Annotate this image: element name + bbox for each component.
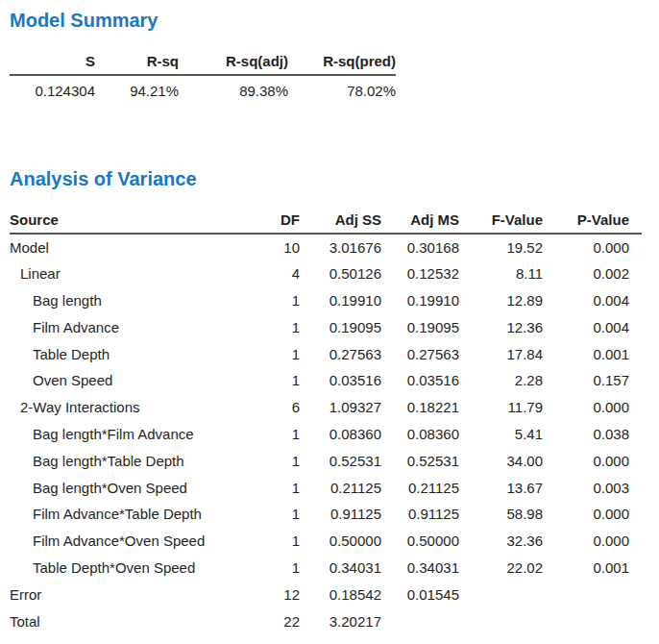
p-value-cell: 0.004 xyxy=(543,287,642,314)
source-cell: Linear xyxy=(10,260,240,287)
f-value-cell: 13.67 xyxy=(459,474,543,501)
p-value-cell: 0.157 xyxy=(543,367,642,394)
anova-row-bag-length-film-advance: Bag length*Film Advance 1 0.08360 0.0836… xyxy=(10,421,642,448)
s-value: 0.124304 xyxy=(10,75,95,101)
column-header-s: S xyxy=(10,48,95,75)
anova-row-film-advance-oven-speed: Film Advance*Oven Speed 1 0.50000 0.5000… xyxy=(10,528,642,555)
anova-row-table-depth: Table Depth 1 0.27563 0.27563 17.84 0.00… xyxy=(10,340,642,367)
adj-ms-cell: 0.50000 xyxy=(381,528,459,555)
source-cell: Film Advance*Oven Speed xyxy=(10,528,240,555)
source-cell: Table Depth*Oven Speed xyxy=(10,555,240,582)
p-value-cell: 0.003 xyxy=(543,474,642,501)
adj-ms-cell: 0.18221 xyxy=(381,394,459,421)
p-value-cell: 0.001 xyxy=(543,555,642,582)
column-header-adj-ms: Adj MS xyxy=(381,206,459,234)
df-cell: 1 xyxy=(240,287,300,314)
df-cell: 12 xyxy=(240,581,300,607)
column-header-f-value: F-Value xyxy=(459,206,543,234)
anova-header-row: Source DF Adj SS Adj MS F-Value P-Value xyxy=(10,206,642,234)
p-value-cell: 0.001 xyxy=(543,340,642,367)
column-header-rsq-pred: R-sq(pred) xyxy=(288,48,396,75)
df-cell: 1 xyxy=(240,501,300,528)
anova-row-model: Model 10 3.01676 0.30168 19.52 0.000 xyxy=(10,234,642,260)
adj-ms-cell: 0.19095 xyxy=(381,313,459,340)
p-value-cell xyxy=(543,581,642,607)
anova-row-table-depth-oven-speed: Table Depth*Oven Speed 1 0.34031 0.34031… xyxy=(10,555,642,582)
adj-ms-cell: 0.52531 xyxy=(381,447,459,474)
column-header-p-value: P-Value xyxy=(543,206,642,234)
source-cell: Table Depth xyxy=(10,340,240,367)
rsq-value: 94.21% xyxy=(95,75,179,101)
adj-ms-cell: 0.08360 xyxy=(381,421,459,448)
adj-ss-cell: 0.03516 xyxy=(300,367,381,394)
source-cell: Bag length*Film Advance xyxy=(10,421,240,448)
adj-ss-cell: 0.50000 xyxy=(300,528,381,555)
anova-row-film-advance: Film Advance 1 0.19095 0.19095 12.36 0.0… xyxy=(10,313,642,340)
p-value-cell: 0.000 xyxy=(543,528,642,555)
f-value-cell: 2.28 xyxy=(459,367,543,394)
anova-row-bag-length: Bag length 1 0.19910 0.19910 12.89 0.004 xyxy=(10,287,642,314)
f-value-cell: 11.79 xyxy=(459,394,543,421)
df-cell: 1 xyxy=(240,367,300,394)
anova-row-bag-length-table-depth: Bag length*Table Depth 1 0.52531 0.52531… xyxy=(10,447,642,474)
adj-ss-cell: 0.19095 xyxy=(300,313,381,340)
adj-ss-cell: 0.52531 xyxy=(300,447,381,474)
adj-ss-cell: 1.09327 xyxy=(300,394,381,421)
source-cell: Error xyxy=(10,581,240,607)
adj-ss-cell: 0.50126 xyxy=(300,260,381,287)
source-cell: Bag length*Oven Speed xyxy=(10,474,240,501)
f-value-cell: 5.41 xyxy=(459,421,543,448)
column-header-df: DF xyxy=(240,206,300,234)
source-cell: Film Advance*Table Depth xyxy=(10,501,240,528)
p-value-cell: 0.000 xyxy=(543,234,642,260)
anova-table: Source DF Adj SS Adj MS F-Value P-Value … xyxy=(10,206,642,634)
anova-row-bag-length-oven-speed: Bag length*Oven Speed 1 0.21125 0.21125 … xyxy=(10,474,642,501)
anova-row-linear: Linear 4 0.50126 0.12532 8.11 0.002 xyxy=(10,260,642,287)
f-value-cell: 32.36 xyxy=(459,528,543,555)
column-header-source: Source xyxy=(10,206,240,234)
adj-ms-cell: 0.27563 xyxy=(381,340,459,367)
f-value-cell: 19.52 xyxy=(459,234,543,260)
adj-ss-cell: 3.01676 xyxy=(300,234,381,260)
df-cell: 10 xyxy=(240,234,300,260)
f-value-cell: 12.89 xyxy=(459,287,543,314)
adj-ss-cell: 0.21125 xyxy=(300,474,381,501)
model-summary-table: S R-sq R-sq(adj) R-sq(pred) 0.124304 94.… xyxy=(10,48,396,101)
rsq-adj-value: 89.38% xyxy=(179,75,288,101)
adj-ms-cell: 0.03516 xyxy=(381,367,459,394)
df-cell: 1 xyxy=(240,340,300,367)
adj-ms-cell: 0.91125 xyxy=(381,501,459,528)
f-value-cell: 34.00 xyxy=(459,447,543,474)
p-value-cell: 0.000 xyxy=(543,394,642,421)
anova-row-oven-speed: Oven Speed 1 0.03516 0.03516 2.28 0.157 xyxy=(10,367,642,394)
model-summary-value-row: 0.124304 94.21% 89.38% 78.02% xyxy=(10,75,396,101)
source-cell: Oven Speed xyxy=(10,367,240,394)
model-summary-section: Model Summary S R-sq R-sq(adj) R-sq(pred… xyxy=(10,8,649,101)
results-pane: Model Summary S R-sq R-sq(adj) R-sq(pred… xyxy=(0,0,659,634)
p-value-cell: 0.038 xyxy=(543,421,642,448)
source-cell: Bag length xyxy=(10,287,240,314)
rsq-pred-value: 78.02% xyxy=(288,75,396,101)
anova-row-error: Error 12 0.18542 0.01545 xyxy=(10,581,642,607)
df-cell: 1 xyxy=(240,447,300,474)
df-cell: 1 xyxy=(240,555,300,582)
adj-ss-cell: 3.20217 xyxy=(300,607,381,634)
f-value-cell: 12.36 xyxy=(459,313,543,340)
p-value-cell: 0.002 xyxy=(543,260,642,287)
adj-ms-cell: 0.01545 xyxy=(381,581,459,607)
source-cell: 2-Way Interactions xyxy=(10,394,240,421)
source-cell: Bag length*Table Depth xyxy=(10,447,240,474)
adj-ss-cell: 0.91125 xyxy=(300,501,381,528)
f-value-cell xyxy=(459,607,543,634)
anova-row-film-advance-table-depth: Film Advance*Table Depth 1 0.91125 0.911… xyxy=(10,501,642,528)
f-value-cell: 8.11 xyxy=(459,260,543,287)
f-value-cell: 22.02 xyxy=(459,555,543,582)
adj-ms-cell: 0.34031 xyxy=(381,555,459,582)
df-cell: 1 xyxy=(240,474,300,501)
adj-ss-cell: 0.08360 xyxy=(300,421,381,448)
df-cell: 4 xyxy=(240,260,300,287)
source-cell: Total xyxy=(10,607,240,634)
adj-ms-cell: 0.21125 xyxy=(381,474,459,501)
adj-ss-cell: 0.18542 xyxy=(300,581,381,607)
column-header-adj-ss: Adj SS xyxy=(300,206,381,234)
